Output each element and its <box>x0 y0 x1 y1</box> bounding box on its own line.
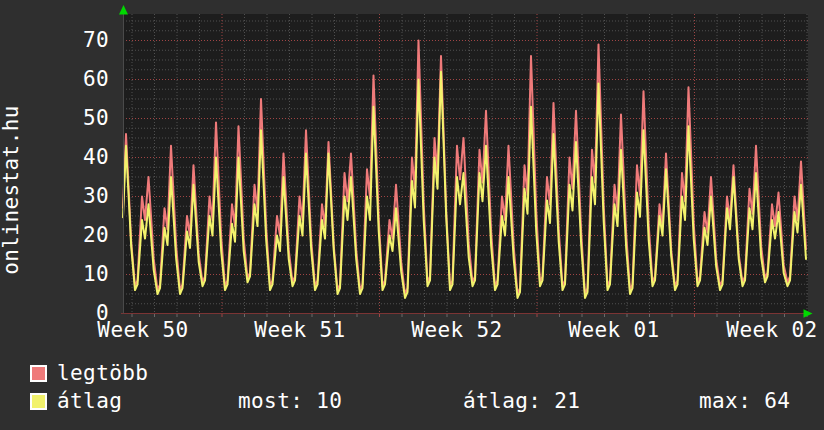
y-tick-label: 30 <box>47 184 109 209</box>
x-tick-label: Week 51 <box>254 318 345 343</box>
y-tick-label: 20 <box>47 223 109 248</box>
stat-atlag: átlag: 21 <box>463 389 580 414</box>
legend-swatch-legtobb <box>30 365 47 382</box>
legend-swatch-atlag <box>30 393 47 410</box>
stat-max: max: 64 <box>699 389 790 414</box>
y-tick-label: 10 <box>47 262 109 287</box>
legend-label-atlag: átlag <box>57 389 122 414</box>
stat-most: most: 10 <box>238 389 342 414</box>
rrd-graph: onlinestat.hu 010203040506070 Week 50Wee… <box>0 0 824 430</box>
watermark-title: onlinestat.hu <box>0 105 24 275</box>
y-tick-label: 70 <box>47 28 109 53</box>
y-tick-label: 50 <box>47 106 109 131</box>
x-tick-label: Week 01 <box>568 318 659 343</box>
legend-label-legtobb: legtöbb <box>57 361 148 386</box>
x-tick-label: Week 50 <box>97 318 188 343</box>
x-tick-label: Week 52 <box>411 318 502 343</box>
y-tick-label: 40 <box>47 145 109 170</box>
y-tick-label: 60 <box>47 67 109 92</box>
x-tick-label: Week 02 <box>726 318 817 343</box>
